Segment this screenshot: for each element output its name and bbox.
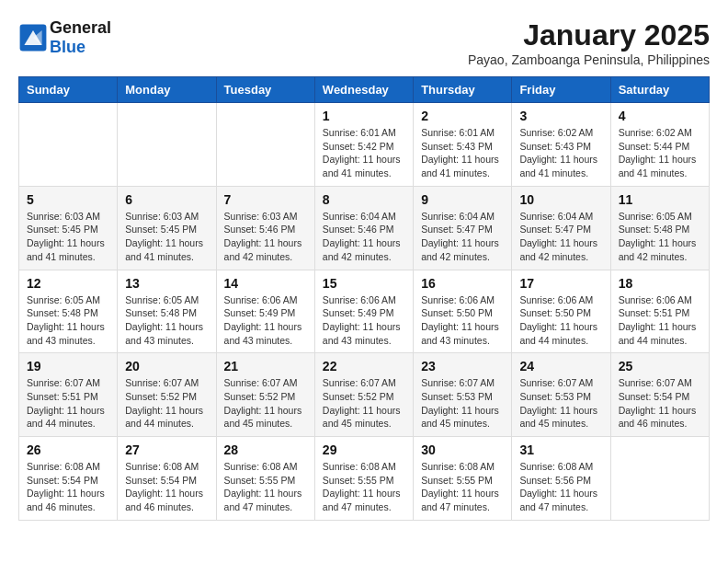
calendar-cell: 9Sunrise: 6:04 AM Sunset: 5:47 PM Daylig…: [414, 186, 512, 270]
day-number: 27: [125, 442, 208, 457]
day-info: Sunrise: 6:08 AM Sunset: 5:55 PM Dayligh…: [421, 460, 504, 514]
calendar-cell: 3Sunrise: 6:02 AM Sunset: 5:43 PM Daylig…: [512, 103, 610, 187]
day-number: 2: [421, 109, 504, 123]
day-info: Sunrise: 6:04 AM Sunset: 5:47 PM Dayligh…: [421, 210, 504, 264]
day-info: Sunrise: 6:07 AM Sunset: 5:53 PM Dayligh…: [519, 376, 602, 431]
day-info: Sunrise: 6:02 AM Sunset: 5:44 PM Dayligh…: [619, 126, 701, 180]
day-number: 13: [125, 276, 208, 291]
day-number: 6: [125, 192, 208, 207]
location-subtitle: Payao, Zamboanga Peninsula, Philippines: [468, 52, 710, 67]
calendar-cell: [216, 103, 314, 187]
calendar-cell: 8Sunrise: 6:04 AM Sunset: 5:46 PM Daylig…: [314, 186, 413, 270]
day-number: 21: [224, 359, 307, 373]
calendar-cell: 4Sunrise: 6:02 AM Sunset: 5:44 PM Daylig…: [610, 103, 709, 187]
day-info: Sunrise: 6:06 AM Sunset: 5:49 PM Dayligh…: [224, 293, 307, 348]
calendar-cell: 26Sunrise: 6:08 AM Sunset: 5:54 PM Dayli…: [19, 437, 118, 521]
day-info: Sunrise: 6:03 AM Sunset: 5:45 PM Dayligh…: [27, 210, 109, 264]
day-number: 23: [421, 359, 504, 373]
day-number: 31: [519, 442, 602, 457]
day-number: 30: [421, 442, 504, 457]
day-info: Sunrise: 6:06 AM Sunset: 5:50 PM Dayligh…: [421, 293, 504, 348]
calendar-cell: 24Sunrise: 6:07 AM Sunset: 5:53 PM Dayli…: [512, 353, 610, 437]
day-info: Sunrise: 6:04 AM Sunset: 5:46 PM Dayligh…: [323, 210, 405, 264]
day-number: 9: [421, 192, 504, 207]
calendar-cell: 17Sunrise: 6:06 AM Sunset: 5:50 PM Dayli…: [512, 270, 610, 353]
day-info: Sunrise: 6:07 AM Sunset: 5:52 PM Dayligh…: [125, 376, 208, 431]
calendar-cell: 13Sunrise: 6:05 AM Sunset: 5:48 PM Dayli…: [118, 270, 216, 353]
day-info: Sunrise: 6:07 AM Sunset: 5:51 PM Dayligh…: [27, 376, 109, 431]
day-info: Sunrise: 6:08 AM Sunset: 5:55 PM Dayligh…: [323, 460, 405, 514]
day-info: Sunrise: 6:08 AM Sunset: 5:54 PM Dayligh…: [125, 460, 208, 514]
day-number: 4: [619, 109, 701, 123]
day-number: 20: [125, 359, 208, 373]
calendar-cell: 11Sunrise: 6:05 AM Sunset: 5:48 PM Dayli…: [610, 186, 709, 270]
calendar-cell: 5Sunrise: 6:03 AM Sunset: 5:45 PM Daylig…: [19, 186, 118, 270]
day-number: 3: [519, 109, 602, 123]
day-info: Sunrise: 6:03 AM Sunset: 5:45 PM Dayligh…: [125, 210, 208, 264]
day-info: Sunrise: 6:06 AM Sunset: 5:50 PM Dayligh…: [519, 293, 602, 348]
calendar-cell: 18Sunrise: 6:06 AM Sunset: 5:51 PM Dayli…: [610, 270, 709, 353]
day-info: Sunrise: 6:08 AM Sunset: 5:55 PM Dayligh…: [224, 460, 307, 514]
calendar-cell: 19Sunrise: 6:07 AM Sunset: 5:51 PM Dayli…: [19, 353, 118, 437]
day-info: Sunrise: 6:01 AM Sunset: 5:42 PM Dayligh…: [323, 126, 405, 180]
calendar-cell: 22Sunrise: 6:07 AM Sunset: 5:52 PM Dayli…: [314, 353, 413, 437]
calendar-cell: 30Sunrise: 6:08 AM Sunset: 5:55 PM Dayli…: [414, 437, 512, 521]
day-number: 25: [619, 359, 701, 373]
calendar-cell: 25Sunrise: 6:07 AM Sunset: 5:54 PM Dayli…: [610, 353, 709, 437]
calendar-cell: 27Sunrise: 6:08 AM Sunset: 5:54 PM Dayli…: [118, 437, 216, 521]
day-info: Sunrise: 6:06 AM Sunset: 5:51 PM Dayligh…: [619, 293, 701, 348]
calendar-cell: 15Sunrise: 6:06 AM Sunset: 5:49 PM Dayli…: [314, 270, 413, 353]
day-info: Sunrise: 6:08 AM Sunset: 5:54 PM Dayligh…: [27, 460, 109, 514]
calendar-cell: [118, 103, 216, 187]
day-info: Sunrise: 6:03 AM Sunset: 5:46 PM Dayligh…: [224, 210, 307, 264]
day-number: 11: [619, 192, 701, 207]
day-number: 29: [323, 442, 405, 457]
day-info: Sunrise: 6:06 AM Sunset: 5:49 PM Dayligh…: [323, 293, 405, 348]
calendar-week-row: 12Sunrise: 6:05 AM Sunset: 5:48 PM Dayli…: [19, 270, 710, 353]
calendar-week-row: 1Sunrise: 6:01 AM Sunset: 5:42 PM Daylig…: [19, 103, 710, 187]
weekday-header: Wednesday: [314, 77, 413, 103]
calendar-cell: 31Sunrise: 6:08 AM Sunset: 5:56 PM Dayli…: [512, 437, 610, 521]
calendar-header-row: SundayMondayTuesdayWednesdayThursdayFrid…: [19, 77, 710, 103]
weekday-header: Thursday: [414, 77, 512, 103]
day-info: Sunrise: 6:04 AM Sunset: 5:47 PM Dayligh…: [519, 210, 602, 264]
day-number: 22: [323, 359, 405, 373]
calendar-cell: [610, 437, 709, 521]
day-number: 8: [323, 192, 405, 207]
calendar-cell: 6Sunrise: 6:03 AM Sunset: 5:45 PM Daylig…: [118, 186, 216, 270]
day-info: Sunrise: 6:07 AM Sunset: 5:54 PM Dayligh…: [619, 376, 701, 431]
calendar-cell: 29Sunrise: 6:08 AM Sunset: 5:55 PM Dayli…: [314, 437, 413, 521]
title-area: January 2025 Payao, Zamboanga Peninsula,…: [468, 18, 710, 67]
weekday-header: Friday: [512, 77, 610, 103]
calendar-week-row: 26Sunrise: 6:08 AM Sunset: 5:54 PM Dayli…: [19, 437, 710, 521]
day-info: Sunrise: 6:05 AM Sunset: 5:48 PM Dayligh…: [27, 293, 109, 348]
weekday-header: Monday: [118, 77, 216, 103]
day-info: Sunrise: 6:05 AM Sunset: 5:48 PM Dayligh…: [125, 293, 208, 348]
calendar-cell: 14Sunrise: 6:06 AM Sunset: 5:49 PM Dayli…: [216, 270, 314, 353]
page-header: General Blue January 2025 Payao, Zamboan…: [18, 18, 710, 67]
calendar-cell: 21Sunrise: 6:07 AM Sunset: 5:52 PM Dayli…: [216, 353, 314, 437]
logo: General Blue: [18, 18, 111, 57]
day-number: 14: [224, 276, 307, 291]
weekday-header: Saturday: [610, 77, 709, 103]
day-number: 24: [519, 359, 602, 373]
calendar-cell: 16Sunrise: 6:06 AM Sunset: 5:50 PM Dayli…: [414, 270, 512, 353]
calendar-cell: 12Sunrise: 6:05 AM Sunset: 5:48 PM Dayli…: [19, 270, 118, 353]
calendar-cell: 2Sunrise: 6:01 AM Sunset: 5:43 PM Daylig…: [414, 103, 512, 187]
day-number: 17: [519, 276, 602, 291]
day-info: Sunrise: 6:07 AM Sunset: 5:52 PM Dayligh…: [224, 376, 307, 431]
day-info: Sunrise: 6:05 AM Sunset: 5:48 PM Dayligh…: [619, 210, 701, 264]
calendar-week-row: 19Sunrise: 6:07 AM Sunset: 5:51 PM Dayli…: [19, 353, 710, 437]
day-number: 26: [27, 442, 109, 457]
logo-blue-text: Blue: [50, 38, 85, 56]
day-number: 19: [27, 359, 109, 373]
day-number: 1: [323, 109, 405, 123]
day-number: 12: [27, 276, 109, 291]
logo-icon: [18, 23, 48, 52]
calendar-cell: [19, 103, 118, 187]
calendar-cell: 28Sunrise: 6:08 AM Sunset: 5:55 PM Dayli…: [216, 437, 314, 521]
weekday-header: Tuesday: [216, 77, 314, 103]
day-number: 16: [421, 276, 504, 291]
day-number: 10: [519, 192, 602, 207]
logo-general-text: General: [50, 18, 111, 37]
